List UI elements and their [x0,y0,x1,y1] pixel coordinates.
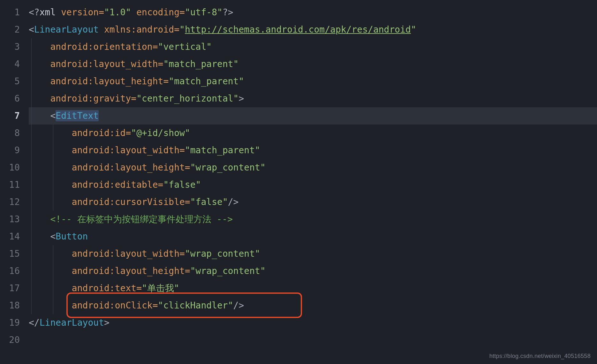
line-number: 1 [0,4,29,21]
code-editor[interactable]: 1 2 3 4 5 6 7 8 9 10 11 12 13 14 15 16 1… [0,0,597,364]
indent [29,128,72,138]
code-line[interactable]: android:gravity="center_horizontal"> [29,90,597,107]
indent [29,197,72,207]
angle-bracket: < [50,231,56,242]
angle-bracket: < [50,110,56,121]
xml-attr: encoding= [136,7,185,18]
comment-open: <!-- [50,214,77,224]
xml-attr-value: "1.0" [104,7,131,18]
xml-attr: version= [61,7,104,18]
line-number: 15 [0,245,29,262]
line-number: 18 [0,297,29,314]
line-number: 17 [0,280,29,297]
xml-attr-value: "center_horizontal" [136,93,238,104]
code-line[interactable]: android:cursorVisible="false"/> [29,193,597,211]
code-line[interactable]: android:layout_width="match_parent" [29,142,597,159]
xml-attr-value: "vertical" [158,42,212,52]
xml-attr: xmlns:android= [104,24,179,35]
xml-attr-value: "false" [190,197,228,207]
angle-bracket: > [104,317,110,328]
code-line[interactable]: android:layout_width="match_parent" [29,56,597,73]
xml-attr-value: "match_parent" [169,76,244,87]
xml-attr: android:editable= [72,179,163,190]
line-number: 16 [0,262,29,280]
xml-attr-value: "clickHandler" [158,300,233,311]
line-number: 14 [0,228,29,245]
self-close: /> [228,197,239,207]
xml-attr: android:id= [72,128,131,138]
xml-attr-value: "wrap_content" [190,162,266,173]
xml-pi-punct: ?> [223,7,233,18]
selection-highlight: EditText [56,110,99,121]
indent [29,266,72,276]
line-number: 19 [0,314,29,331]
xml-attr: android:onClick= [72,300,158,311]
line-number: 10 [0,159,29,176]
indent [29,59,50,69]
code-area[interactable]: <?xml version="1.0" encoding="utf-8"?> <… [29,0,597,364]
angle-bracket: </ [29,317,40,328]
indent [29,300,72,311]
line-number: 13 [0,211,29,228]
xml-tag: EditText [56,110,99,121]
line-number: 6 [0,90,29,107]
code-line[interactable]: android:editable="false" [29,176,597,193]
xml-attr: android:text= [72,283,142,293]
xml-attr: android:gravity= [50,93,136,104]
comment-close: --> [217,214,233,224]
indent [29,76,50,87]
line-number-active: 7 [0,107,29,125]
space [99,24,104,35]
code-line[interactable] [29,331,597,349]
line-number: 8 [0,125,29,142]
code-line[interactable]: <?xml version="1.0" encoding="utf-8"?> [29,4,597,21]
xml-attr: android:layout_height= [72,162,190,173]
xml-attr-value: "false" [163,179,201,190]
xml-attr: android:layout_width= [72,145,185,155]
xml-attr-value: "match_parent" [163,59,238,69]
code-line[interactable]: <Button [29,228,597,245]
indent [29,145,72,155]
xml-tag: LinearLayout [40,317,104,328]
xml-attr-value: "单击我" [142,283,179,293]
code-line[interactable]: android:id="@+id/show" [29,125,597,142]
code-line[interactable]: android:text="单击我" [29,280,597,297]
xml-attr-value: "wrap_content" [190,266,266,276]
line-number: 11 [0,176,29,193]
line-number: 5 [0,73,29,90]
code-line[interactable]: <LinearLayout xmlns:android="http://sche… [29,21,597,38]
code-line-comment[interactable]: <!-- 在标签中为按钮绑定事件处理方法 --> [29,211,597,228]
line-number: 2 [0,21,29,38]
xml-pi-punct: <? [29,7,40,18]
xml-attr-value: "utf-8" [185,7,223,18]
code-line[interactable]: android:onClick="clickHandler"/> [29,297,597,314]
indent [29,42,50,52]
xml-attr-value: "@+id/show" [131,128,190,138]
watermark: https://blog.csdn.net/weixin_40516558 [489,353,591,360]
code-line[interactable]: android:layout_height="wrap_content" [29,262,597,280]
space [131,7,136,18]
code-line[interactable]: android:layout_height="match_parent" [29,73,597,90]
indent [29,248,72,259]
indent [29,231,50,242]
xml-tag: Button [56,231,88,242]
quote: " [179,24,185,35]
xml-tag: LinearLayout [34,24,99,35]
xml-attr: android:layout_height= [50,76,169,87]
self-close: /> [233,300,244,311]
code-line[interactable]: android:orientation="vertical" [29,38,597,56]
line-number: 9 [0,142,29,159]
code-line[interactable]: android:layout_width="wrap_content" [29,245,597,262]
code-line[interactable]: </LinearLayout> [29,314,597,331]
line-number: 3 [0,38,29,56]
comment-text: 在标签中为按钮绑定事件处理方法 [77,214,217,224]
xml-attr: android:layout_height= [72,266,190,276]
xml-attr-value: "wrap_content" [185,248,260,259]
code-line[interactable]: android:layout_height="wrap_content" [29,159,597,176]
xml-attr-value: "match_parent" [185,145,260,155]
line-number: 12 [0,193,29,211]
quote: " [411,24,416,35]
xml-attr: android:orientation= [50,42,158,52]
line-number: 4 [0,56,29,73]
code-line-active[interactable]: <EditText [29,107,597,125]
